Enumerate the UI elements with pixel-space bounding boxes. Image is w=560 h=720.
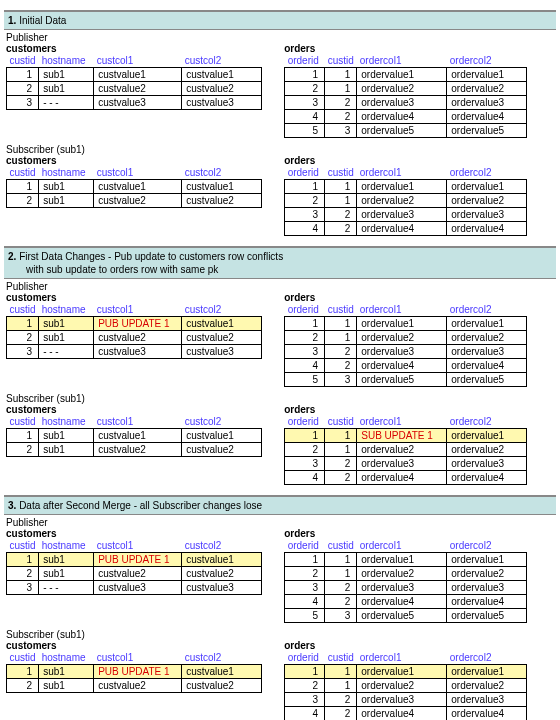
table-cell: 1 [285, 665, 325, 679]
table-cell: custvalue2 [94, 679, 182, 693]
col-header: custcol1 [94, 166, 182, 180]
table-row: 3- - -custvalue3custvalue3 [7, 96, 262, 110]
table-cell: 3 [325, 124, 357, 138]
table-cell: ordervalue1 [357, 68, 447, 82]
table-row: 2sub1custvalue2custvalue2 [7, 194, 262, 208]
table-cell: ordervalue1 [357, 180, 447, 194]
table-row: 53ordervalue5ordervalue5 [285, 609, 527, 623]
subscriber-label: Subscriber (sub1) [4, 142, 556, 155]
col-header: hostname [39, 54, 94, 68]
table-cell: custvalue2 [94, 331, 182, 345]
table-cell: 2 [325, 359, 357, 373]
s2-sub-tables: customers custidhostnamecustcol1custcol2… [4, 404, 556, 489]
customers-title: customers [6, 528, 262, 539]
table-row: 32ordervalue3ordervalue3 [285, 345, 527, 359]
table-cell: sub1 [39, 180, 94, 194]
table-row: 11SUB UPDATE 1ordervalue1 [285, 429, 527, 443]
table-cell: ordervalue1 [447, 665, 527, 679]
table-cell: ordervalue1 [447, 553, 527, 567]
s2-pub-orders: orderidcustidordercol1ordercol211orderva… [284, 303, 527, 387]
s3-sub-orders: orderidcustidordercol1ordercol211orderva… [284, 651, 527, 720]
table-cell: ordervalue1 [447, 180, 527, 194]
table-cell: custvalue1 [182, 180, 262, 194]
table-row: 21ordervalue2ordervalue2 [285, 679, 527, 693]
table-cell: 2 [285, 679, 325, 693]
table-cell: 2 [325, 110, 357, 124]
s3-sub-tables: customers custidhostnamecustcol1custcol2… [4, 640, 556, 720]
table-cell: custvalue1 [182, 68, 262, 82]
table-cell: ordervalue1 [447, 429, 527, 443]
table-cell: ordervalue2 [357, 567, 447, 581]
table-cell: custvalue3 [182, 345, 262, 359]
s2-pub-customers: custidhostnamecustcol1custcol21sub1PUB U… [6, 303, 262, 359]
orders-title: orders [284, 155, 527, 166]
table-cell: ordervalue2 [357, 679, 447, 693]
table-cell: PUB UPDATE 1 [94, 317, 182, 331]
table-cell: 3 [285, 457, 325, 471]
col-header: custcol2 [182, 54, 262, 68]
col-header: custid [7, 303, 39, 317]
section-3-header: 3. Data after Second Merge - all Subscri… [4, 495, 556, 515]
table-cell: 2 [325, 595, 357, 609]
col-header: ordercol2 [447, 54, 527, 68]
orders-title: orders [284, 528, 527, 539]
table-cell: 1 [325, 429, 357, 443]
col-header: ordercol1 [357, 303, 447, 317]
table-cell: 3 [285, 96, 325, 110]
col-header: ordercol1 [357, 54, 447, 68]
s1-pub-customers: custidhostnamecustcol1custcol21sub1custv… [6, 54, 262, 110]
table-row: 42ordervalue4ordervalue4 [285, 707, 527, 721]
table-row: 32ordervalue3ordervalue3 [285, 96, 527, 110]
col-header: custcol2 [182, 651, 262, 665]
table-cell: ordervalue3 [357, 457, 447, 471]
table-cell: ordervalue1 [447, 68, 527, 82]
table-cell: ordervalue3 [447, 457, 527, 471]
col-header: orderid [285, 651, 325, 665]
orders-title: orders [284, 43, 527, 54]
table-cell: 2 [7, 443, 39, 457]
table-cell: custvalue1 [182, 665, 262, 679]
customers-title: customers [6, 155, 262, 166]
col-header: custcol1 [94, 54, 182, 68]
table-cell: 2 [7, 331, 39, 345]
table-cell: custvalue2 [94, 443, 182, 457]
table-row: 42ordervalue4ordervalue4 [285, 359, 527, 373]
table-cell: 1 [325, 68, 357, 82]
col-header: custcol1 [94, 303, 182, 317]
table-cell: 2 [325, 208, 357, 222]
orders-title: orders [284, 640, 527, 651]
table-cell: ordervalue4 [357, 110, 447, 124]
table-row: 32ordervalue3ordervalue3 [285, 457, 527, 471]
table-cell: 3 [7, 96, 39, 110]
table-cell: custvalue2 [182, 679, 262, 693]
table-cell: ordervalue1 [357, 665, 447, 679]
table-cell: 3 [7, 581, 39, 595]
table-cell: 1 [285, 553, 325, 567]
table-cell: 1 [7, 317, 39, 331]
col-header: ordercol2 [447, 539, 527, 553]
table-row: 42ordervalue4ordervalue4 [285, 595, 527, 609]
table-cell: 5 [285, 373, 325, 387]
table-row: 1sub1PUB UPDATE 1custvalue1 [7, 317, 262, 331]
col-header: custcol2 [182, 166, 262, 180]
table-cell: ordervalue3 [357, 581, 447, 595]
table-row: 21ordervalue2ordervalue2 [285, 194, 527, 208]
s1-pub-tables: customers custidhostnamecustcol1custcol2… [4, 43, 556, 142]
table-cell: 2 [7, 194, 39, 208]
table-cell: ordervalue4 [447, 359, 527, 373]
table-cell: sub1 [39, 331, 94, 345]
table-row: 21ordervalue2ordervalue2 [285, 443, 527, 457]
col-header: custid [325, 54, 357, 68]
col-header: ordercol1 [357, 415, 447, 429]
table-row: 11ordervalue1ordervalue1 [285, 68, 527, 82]
table-row: 1sub1PUB UPDATE 1custvalue1 [7, 665, 262, 679]
table-cell: sub1 [39, 317, 94, 331]
col-header: custid [7, 54, 39, 68]
table-cell: - - - [39, 96, 94, 110]
table-cell: 4 [285, 110, 325, 124]
table-cell: sub1 [39, 679, 94, 693]
col-header: ordercol2 [447, 166, 527, 180]
table-cell: 1 [7, 68, 39, 82]
table-cell: sub1 [39, 68, 94, 82]
table-cell: custvalue2 [182, 82, 262, 96]
